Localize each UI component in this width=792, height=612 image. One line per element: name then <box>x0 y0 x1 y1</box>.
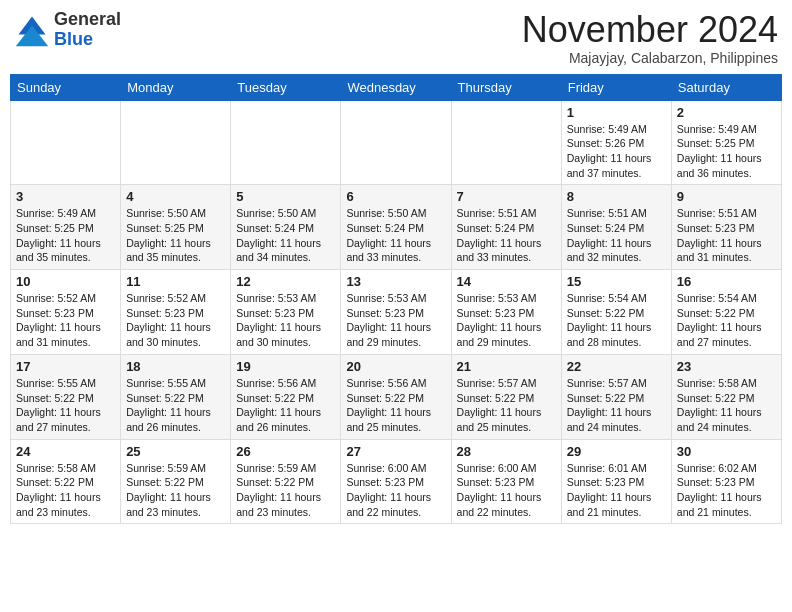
calendar-cell <box>231 100 341 185</box>
day-number: 19 <box>236 359 335 374</box>
day-number: 11 <box>126 274 225 289</box>
day-number: 12 <box>236 274 335 289</box>
day-number: 28 <box>457 444 556 459</box>
day-number: 22 <box>567 359 666 374</box>
day-info: Sunrise: 5:54 AM Sunset: 5:22 PM Dayligh… <box>567 291 666 350</box>
title-block: November 2024 Majayjay, Calabarzon, Phil… <box>522 10 778 66</box>
day-info: Sunrise: 5:52 AM Sunset: 5:23 PM Dayligh… <box>126 291 225 350</box>
day-info: Sunrise: 6:00 AM Sunset: 5:23 PM Dayligh… <box>346 461 445 520</box>
weekday-header-row: SundayMondayTuesdayWednesdayThursdayFrid… <box>11 74 782 100</box>
weekday-header-friday: Friday <box>561 74 671 100</box>
calendar-cell: 9Sunrise: 5:51 AM Sunset: 5:23 PM Daylig… <box>671 185 781 270</box>
calendar-cell: 6Sunrise: 5:50 AM Sunset: 5:24 PM Daylig… <box>341 185 451 270</box>
calendar-cell: 22Sunrise: 5:57 AM Sunset: 5:22 PM Dayli… <box>561 354 671 439</box>
calendar-cell <box>121 100 231 185</box>
day-info: Sunrise: 5:49 AM Sunset: 5:25 PM Dayligh… <box>16 206 115 265</box>
day-info: Sunrise: 6:01 AM Sunset: 5:23 PM Dayligh… <box>567 461 666 520</box>
calendar-cell: 7Sunrise: 5:51 AM Sunset: 5:24 PM Daylig… <box>451 185 561 270</box>
day-number: 18 <box>126 359 225 374</box>
day-info: Sunrise: 5:51 AM Sunset: 5:24 PM Dayligh… <box>567 206 666 265</box>
calendar-cell: 13Sunrise: 5:53 AM Sunset: 5:23 PM Dayli… <box>341 270 451 355</box>
day-number: 4 <box>126 189 225 204</box>
calendar-cell: 30Sunrise: 6:02 AM Sunset: 5:23 PM Dayli… <box>671 439 781 524</box>
calendar-cell: 12Sunrise: 5:53 AM Sunset: 5:23 PM Dayli… <box>231 270 341 355</box>
weekday-header-saturday: Saturday <box>671 74 781 100</box>
calendar-cell: 15Sunrise: 5:54 AM Sunset: 5:22 PM Dayli… <box>561 270 671 355</box>
calendar-cell: 8Sunrise: 5:51 AM Sunset: 5:24 PM Daylig… <box>561 185 671 270</box>
logo-general-text: General <box>54 10 121 30</box>
day-number: 29 <box>567 444 666 459</box>
day-number: 8 <box>567 189 666 204</box>
day-info: Sunrise: 5:57 AM Sunset: 5:22 PM Dayligh… <box>567 376 666 435</box>
day-number: 6 <box>346 189 445 204</box>
day-info: Sunrise: 6:00 AM Sunset: 5:23 PM Dayligh… <box>457 461 556 520</box>
logo-icon <box>14 12 50 48</box>
day-info: Sunrise: 5:59 AM Sunset: 5:22 PM Dayligh… <box>126 461 225 520</box>
week-row-4: 17Sunrise: 5:55 AM Sunset: 5:22 PM Dayli… <box>11 354 782 439</box>
day-number: 23 <box>677 359 776 374</box>
day-info: Sunrise: 5:49 AM Sunset: 5:25 PM Dayligh… <box>677 122 776 181</box>
day-info: Sunrise: 5:55 AM Sunset: 5:22 PM Dayligh… <box>126 376 225 435</box>
day-number: 16 <box>677 274 776 289</box>
calendar-cell: 23Sunrise: 5:58 AM Sunset: 5:22 PM Dayli… <box>671 354 781 439</box>
calendar-cell: 2Sunrise: 5:49 AM Sunset: 5:25 PM Daylig… <box>671 100 781 185</box>
calendar-cell: 16Sunrise: 5:54 AM Sunset: 5:22 PM Dayli… <box>671 270 781 355</box>
calendar-cell: 18Sunrise: 5:55 AM Sunset: 5:22 PM Dayli… <box>121 354 231 439</box>
calendar-cell <box>451 100 561 185</box>
day-number: 5 <box>236 189 335 204</box>
day-info: Sunrise: 5:59 AM Sunset: 5:22 PM Dayligh… <box>236 461 335 520</box>
day-number: 27 <box>346 444 445 459</box>
day-info: Sunrise: 5:51 AM Sunset: 5:24 PM Dayligh… <box>457 206 556 265</box>
weekday-header-monday: Monday <box>121 74 231 100</box>
calendar-cell: 5Sunrise: 5:50 AM Sunset: 5:24 PM Daylig… <box>231 185 341 270</box>
day-number: 17 <box>16 359 115 374</box>
day-number: 13 <box>346 274 445 289</box>
calendar-cell: 27Sunrise: 6:00 AM Sunset: 5:23 PM Dayli… <box>341 439 451 524</box>
day-info: Sunrise: 5:56 AM Sunset: 5:22 PM Dayligh… <box>346 376 445 435</box>
day-info: Sunrise: 5:56 AM Sunset: 5:22 PM Dayligh… <box>236 376 335 435</box>
week-row-2: 3Sunrise: 5:49 AM Sunset: 5:25 PM Daylig… <box>11 185 782 270</box>
page-header: General Blue November 2024 Majayjay, Cal… <box>10 10 782 66</box>
logo: General Blue <box>14 10 121 50</box>
day-info: Sunrise: 5:58 AM Sunset: 5:22 PM Dayligh… <box>16 461 115 520</box>
weekday-header-thursday: Thursday <box>451 74 561 100</box>
day-number: 30 <box>677 444 776 459</box>
calendar-cell: 28Sunrise: 6:00 AM Sunset: 5:23 PM Dayli… <box>451 439 561 524</box>
month-title: November 2024 <box>522 10 778 50</box>
day-info: Sunrise: 5:57 AM Sunset: 5:22 PM Dayligh… <box>457 376 556 435</box>
day-number: 3 <box>16 189 115 204</box>
calendar-cell: 17Sunrise: 5:55 AM Sunset: 5:22 PM Dayli… <box>11 354 121 439</box>
day-info: Sunrise: 5:55 AM Sunset: 5:22 PM Dayligh… <box>16 376 115 435</box>
location: Majayjay, Calabarzon, Philippines <box>522 50 778 66</box>
calendar-cell: 14Sunrise: 5:53 AM Sunset: 5:23 PM Dayli… <box>451 270 561 355</box>
day-info: Sunrise: 5:53 AM Sunset: 5:23 PM Dayligh… <box>457 291 556 350</box>
calendar-cell: 3Sunrise: 5:49 AM Sunset: 5:25 PM Daylig… <box>11 185 121 270</box>
calendar-cell: 1Sunrise: 5:49 AM Sunset: 5:26 PM Daylig… <box>561 100 671 185</box>
day-number: 1 <box>567 105 666 120</box>
day-info: Sunrise: 5:53 AM Sunset: 5:23 PM Dayligh… <box>346 291 445 350</box>
day-number: 14 <box>457 274 556 289</box>
calendar-cell: 11Sunrise: 5:52 AM Sunset: 5:23 PM Dayli… <box>121 270 231 355</box>
day-number: 2 <box>677 105 776 120</box>
day-info: Sunrise: 6:02 AM Sunset: 5:23 PM Dayligh… <box>677 461 776 520</box>
day-number: 15 <box>567 274 666 289</box>
calendar-cell: 24Sunrise: 5:58 AM Sunset: 5:22 PM Dayli… <box>11 439 121 524</box>
day-info: Sunrise: 5:53 AM Sunset: 5:23 PM Dayligh… <box>236 291 335 350</box>
day-number: 10 <box>16 274 115 289</box>
calendar-table: SundayMondayTuesdayWednesdayThursdayFrid… <box>10 74 782 525</box>
svg-marker-1 <box>16 25 48 46</box>
day-info: Sunrise: 5:49 AM Sunset: 5:26 PM Dayligh… <box>567 122 666 181</box>
day-info: Sunrise: 5:58 AM Sunset: 5:22 PM Dayligh… <box>677 376 776 435</box>
calendar-cell: 10Sunrise: 5:52 AM Sunset: 5:23 PM Dayli… <box>11 270 121 355</box>
calendar-cell: 19Sunrise: 5:56 AM Sunset: 5:22 PM Dayli… <box>231 354 341 439</box>
day-number: 21 <box>457 359 556 374</box>
day-info: Sunrise: 5:51 AM Sunset: 5:23 PM Dayligh… <box>677 206 776 265</box>
week-row-3: 10Sunrise: 5:52 AM Sunset: 5:23 PM Dayli… <box>11 270 782 355</box>
day-number: 26 <box>236 444 335 459</box>
day-number: 25 <box>126 444 225 459</box>
calendar-cell <box>11 100 121 185</box>
day-number: 9 <box>677 189 776 204</box>
calendar-cell: 26Sunrise: 5:59 AM Sunset: 5:22 PM Dayli… <box>231 439 341 524</box>
calendar-cell: 21Sunrise: 5:57 AM Sunset: 5:22 PM Dayli… <box>451 354 561 439</box>
day-info: Sunrise: 5:50 AM Sunset: 5:24 PM Dayligh… <box>346 206 445 265</box>
